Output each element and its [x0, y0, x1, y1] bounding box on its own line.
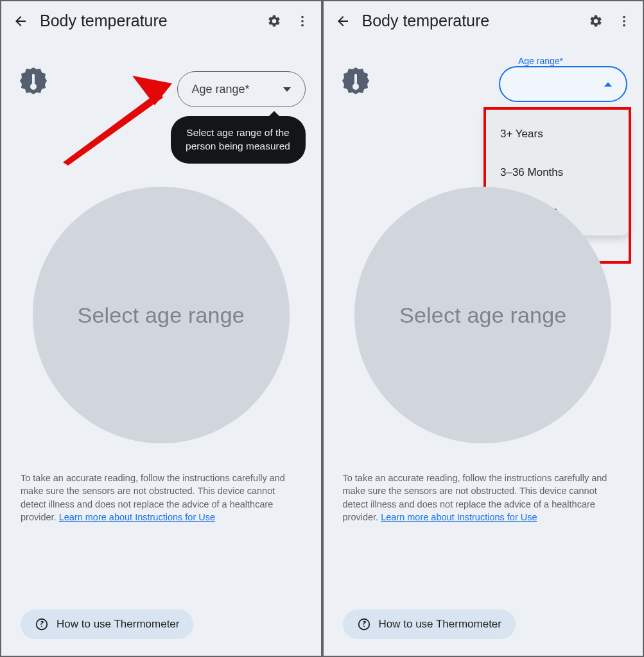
more-vert-icon[interactable]: [295, 14, 309, 28]
settings-gear-icon[interactable]: [589, 14, 603, 28]
howto-label: How to use Thermometer: [57, 618, 179, 631]
reading-circle: Select age range: [33, 187, 290, 443]
howto-label: How to use Thermometer: [379, 618, 501, 631]
thermometer-badge-icon: [340, 66, 371, 97]
header: Body temperature: [324, 1, 643, 40]
more-vert-icon[interactable]: [617, 14, 631, 28]
svg-marker-5: [132, 76, 172, 105]
screenshot-left: Body temperature Age range* Select age r…: [0, 0, 322, 657]
svg-point-4: [30, 83, 37, 90]
age-range-float-label: Age range*: [516, 56, 566, 66]
dropdown-caret-up-icon: [604, 82, 612, 87]
header-actions: [589, 14, 631, 28]
help-circle-icon: [35, 617, 49, 631]
how-to-use-button[interactable]: How to use Thermometer: [21, 610, 193, 639]
svg-point-7: [623, 15, 625, 18]
instructions-link[interactable]: Learn more about Instructions for Use: [381, 512, 537, 522]
back-arrow-icon[interactable]: [335, 13, 351, 29]
age-range-dropdown[interactable]: [499, 66, 627, 102]
svg-point-8: [623, 20, 625, 22]
svg-marker-6: [63, 91, 163, 166]
svg-point-9: [623, 24, 625, 26]
page-title: Body temperature: [40, 12, 256, 30]
header: Body temperature: [1, 1, 321, 40]
annotation-arrow-icon: [63, 76, 172, 166]
screenshot-right: Body temperature Age range* 3+ Years 3–: [322, 0, 645, 657]
back-arrow-icon[interactable]: [13, 13, 28, 29]
tooltip: Select age range of the person being mea…: [171, 116, 306, 164]
reading-circle: Select age range: [354, 187, 611, 443]
svg-point-2: [301, 24, 304, 26]
dropdown-caret-icon: [283, 87, 291, 92]
tooltip-text: Select age range of the person being mea…: [186, 127, 290, 151]
age-range-label: Age range*: [192, 83, 250, 96]
circle-placeholder: Select age range: [78, 303, 245, 328]
instructions-text: To take an accurate reading, follow the …: [343, 472, 624, 524]
age-option-3-36[interactable]: 3–36 Months: [486, 153, 629, 192]
how-to-use-button[interactable]: How to use Thermometer: [343, 610, 516, 639]
svg-rect-10: [354, 74, 357, 84]
age-range-dropdown[interactable]: Age range*: [177, 71, 306, 107]
svg-rect-3: [32, 74, 35, 84]
instructions-text: To take an accurate reading, follow the …: [21, 472, 302, 524]
age-option-3plus[interactable]: 3+ Years: [486, 115, 629, 153]
svg-point-11: [352, 83, 359, 90]
svg-point-1: [301, 20, 304, 22]
circle-placeholder: Select age range: [399, 303, 566, 328]
page-title: Body temperature: [362, 12, 578, 30]
help-circle-icon: [357, 617, 371, 631]
header-actions: [267, 14, 309, 28]
thermometer-badge-icon: [18, 66, 49, 97]
svg-point-0: [301, 15, 304, 18]
settings-gear-icon[interactable]: [267, 14, 281, 28]
instructions-link[interactable]: Learn more about Instructions for Use: [59, 512, 215, 522]
